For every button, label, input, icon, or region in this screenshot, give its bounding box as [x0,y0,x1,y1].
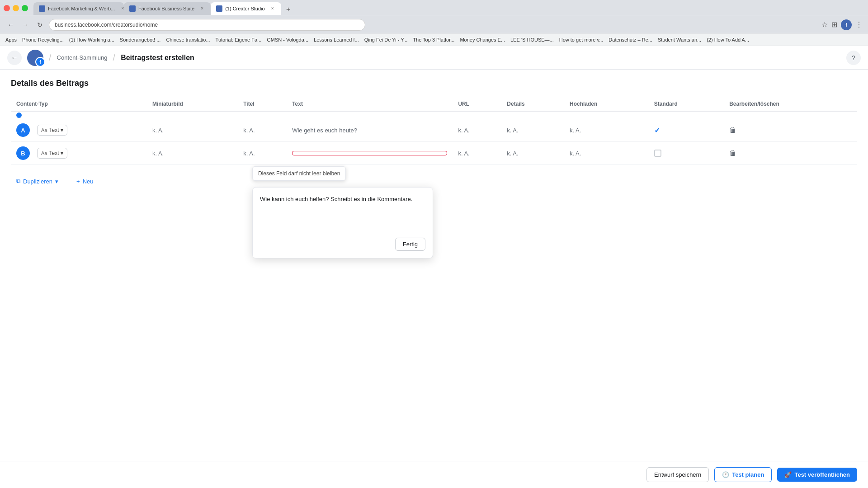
bookmark-how-to-add[interactable]: (2) How To Add A... [707,37,749,42]
bookmark-lee[interactable]: LEE 'S HOUSE—... [510,37,554,42]
scroll-indicator-row [11,111,857,119]
forward-nav-btn[interactable]: → [20,19,31,30]
page-title: Beitragstest erstellen [121,54,194,62]
tab-close-btn[interactable]: × [119,5,124,12]
back-nav-btn[interactable]: ← [5,19,16,30]
address-bar-row: ← → ↻ business.facebook.com/creatorsudio… [0,16,868,33]
save-draft-button[interactable]: Entwurf speichern [646,467,709,482]
back-button[interactable]: ← [7,51,22,65]
tab-business-suite[interactable]: Facebook Business Suite × [124,2,211,15]
col-header-miniaturbild: Miniaturbild [147,97,238,111]
test-plan-button[interactable]: 🕐 Test planen [714,467,772,482]
cell-url-a: k. A. [453,119,501,142]
cell-details-b: k. A. [501,142,564,165]
text-input-b[interactable] [292,151,447,155]
browser-chrome: Facebook Marketing & Werb... × Facebook … [0,0,868,16]
new-label: Neu [83,178,94,185]
tab-label: Facebook Business Suite [138,6,194,11]
duplicate-icon: ⧉ [16,178,20,185]
close-window-btn[interactable] [4,5,10,11]
bookmark-how-to[interactable]: How to get more v... [559,37,604,42]
cell-text-a[interactable]: Wie geht es euch heute? [287,119,453,142]
col-header-bearbeiten: Bearbeiten/löschen [724,97,857,111]
cell-standard-b [649,142,724,165]
cell-thumbnail-b: k. A. [147,142,238,165]
row-label-a: A [16,123,30,137]
bookmark-star-icon[interactable]: ☆ [821,20,828,29]
error-tooltip: Dieses Feld darf nicht leer bleiben [252,166,346,181]
tab-facebook-marketing[interactable]: Facebook Marketing & Werb... × [33,2,124,15]
delete-icon-b[interactable]: 🗑 [729,149,736,157]
cell-type-a: A Aa Text ▾ [11,119,147,142]
standard-checkmark[interactable]: ✓ [654,127,660,134]
bookmark-chinese[interactable]: Chinese translatio... [166,37,210,42]
main-content: Details des Beitrags Content-Typ Miniatu… [0,70,868,461]
bookmark-phone[interactable]: Phone Recycling... [22,37,64,42]
top-nav: ← / Content-Sammlung / Beitragstest erst… [0,46,868,70]
cell-loeschen-a: 🗑 [724,119,857,142]
bookmark-top3[interactable]: The Top 3 Platfor... [413,37,454,42]
scroll-indicator[interactable] [16,113,22,118]
error-message: Dieses Feld darf nicht leer bleiben [258,170,340,177]
bookmark-student[interactable]: Student Wants an... [658,37,701,42]
breadcrumb: Content-Sammlung [57,54,108,61]
reload-btn[interactable]: ↻ [34,19,45,30]
bookmark-money[interactable]: Money Changes E... [460,37,505,42]
maximize-window-btn[interactable] [22,5,28,11]
cell-hochladen-a: k. A. [564,119,649,142]
bottom-bar: Entwurf speichern 🕐 Test planen 🚀 Test v… [0,461,868,488]
bookmark-tutorial[interactable]: Tutorial: Eigene Fa... [216,37,262,42]
publish-test-label: Test veröffentlichen [794,471,850,478]
bookmark-lessons[interactable]: Lessons Learned f... [314,37,359,42]
tab-close-btn[interactable]: × [199,5,205,12]
menu-icon[interactable]: ⋮ [855,20,863,29]
cell-text-b[interactable] [287,142,453,165]
cell-details-a: k. A. [501,119,564,142]
publish-test-button[interactable]: 🚀 Test veröffentlichen [777,468,857,482]
bookmark-sonder[interactable]: Sonderangebot! ... [120,37,161,42]
section-title: Details des Beitrags [11,79,857,88]
standard-checkbox-b[interactable] [654,150,661,157]
text-editor-textarea[interactable] [260,195,425,231]
cell-type-b: B Aa Text ▾ [11,142,147,165]
tab-favicon [216,5,222,12]
col-header-text: Text [287,97,453,111]
tab-close-btn[interactable]: × [269,5,276,12]
cell-loeschen-b: 🗑 [724,142,857,165]
cell-thumbnail-a: k. A. [147,119,238,142]
text-editor-footer: Fertig [260,238,425,251]
col-header-details: Details [501,97,564,111]
test-plan-label: Test planen [732,471,764,478]
brand-logo [27,50,43,66]
cell-title-a: k. A. [238,119,287,142]
bookmark-datenschutz[interactable]: Datenschutz – Re... [609,37,652,42]
tab-creator-studio[interactable]: (1) Creator Studio × [211,2,281,15]
browser-controls [4,5,28,11]
rocket-icon: 🚀 [784,471,792,478]
cell-standard-a: ✓ [649,119,724,142]
bookmark-apps[interactable]: Apps [5,37,17,42]
tab-favicon [39,5,45,12]
bookmark-working[interactable]: (1) How Working a... [69,37,114,42]
cell-url-b: k. A. [453,142,501,165]
table-row: A Aa Text ▾ k. A. k. A. Wie geht es euch… [11,119,857,142]
bookmark-qing[interactable]: Qing Fei De Yi - Y... [364,37,408,42]
user-avatar[interactable]: f [841,19,852,30]
minimize-window-btn[interactable] [13,5,19,11]
bookmark-gmsn[interactable]: GMSN - Vologda... [267,37,308,42]
col-header-url: URL [453,97,501,111]
type-selector-b[interactable]: Aa Text ▾ [37,148,67,159]
delete-icon-a[interactable]: 🗑 [729,126,736,134]
fertig-button[interactable]: Fertig [395,238,425,251]
duplicate-button[interactable]: ⧉ Duplizieren ▾ [11,174,64,188]
address-bar[interactable]: business.facebook.com/creatorsudio/home [49,19,365,31]
col-header-standard: Standard [649,97,724,111]
type-selector-a[interactable]: Aa Text ▾ [37,125,67,136]
col-header-content-typ: Content-Typ [11,97,147,111]
help-button[interactable]: ? [846,51,861,65]
text-type-icon: Aa [41,127,47,133]
extensions-icon[interactable]: ⊞ [831,20,837,29]
new-button[interactable]: + Neu [71,174,99,188]
new-tab-btn[interactable]: + [283,4,294,15]
address-text: business.facebook.com/creatorsudio/home [55,22,158,28]
